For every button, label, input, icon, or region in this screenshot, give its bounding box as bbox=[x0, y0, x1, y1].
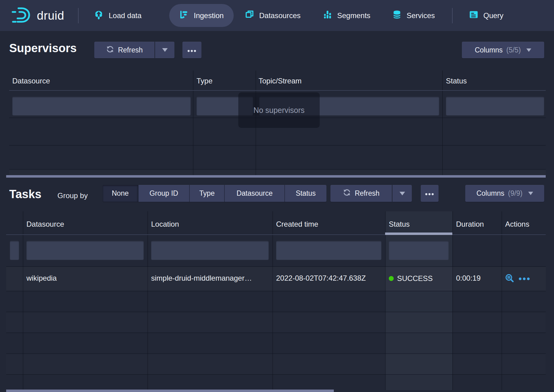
druid-logo[interactable]: druid bbox=[11, 0, 64, 31]
column-header-location[interactable]: Location bbox=[151, 220, 179, 229]
tasks-filter-hidden-column[interactable] bbox=[10, 241, 19, 260]
nav-item-load-data[interactable]: Load data bbox=[94, 0, 142, 31]
status-success-dot bbox=[389, 276, 394, 281]
chevron-down-icon bbox=[162, 48, 168, 52]
column-header-actions[interactable]: Actions bbox=[505, 220, 529, 229]
refresh-dropdown-button[interactable] bbox=[155, 42, 174, 58]
chevron-down-icon bbox=[528, 192, 533, 195]
nav-item-segments[interactable]: Segments bbox=[323, 0, 370, 31]
supervisors-filter-datasource[interactable] bbox=[12, 97, 191, 115]
chevron-down-icon bbox=[526, 48, 531, 52]
nav-item-query[interactable]: Query bbox=[469, 0, 503, 31]
column-header-created-time[interactable]: Created time bbox=[276, 220, 318, 229]
group-by-none-button[interactable]: None bbox=[103, 185, 138, 202]
refresh-label: Refresh bbox=[355, 189, 380, 198]
column-header-type[interactable]: Type bbox=[197, 77, 213, 85]
group-by-status-button[interactable]: Status bbox=[285, 185, 326, 202]
supervisors-horizontal-scrollbar[interactable] bbox=[6, 175, 546, 178]
group-by-type-button[interactable]: Type bbox=[190, 185, 225, 202]
tasks-columns-button[interactable]: Columns (9/9) bbox=[465, 185, 544, 202]
row-stripe bbox=[6, 354, 546, 374]
database-icon bbox=[392, 10, 402, 21]
chevron-down-icon bbox=[400, 192, 405, 195]
column-divider bbox=[193, 71, 193, 175]
supervisors-table: Datasource Type Topic/Stream Status No s… bbox=[9, 71, 546, 178]
row-stripe bbox=[9, 170, 546, 175]
inspect-task-icon[interactable] bbox=[505, 273, 515, 285]
more-icon bbox=[187, 46, 197, 54]
column-header-duration[interactable]: Duration bbox=[456, 220, 484, 229]
task-location-cell: simple-druid-middlemanager… bbox=[151, 274, 268, 282]
tasks-table: Datasource Location Created time Status … bbox=[6, 211, 546, 390]
sort-indicator bbox=[385, 233, 452, 235]
task-actions-more-icon[interactable] bbox=[519, 276, 530, 282]
nav-divider bbox=[452, 8, 453, 23]
tasks-filter-location[interactable] bbox=[151, 241, 269, 260]
nav-item-ingestion[interactable]: Ingestion bbox=[169, 4, 234, 27]
tasks-filter-datasource[interactable] bbox=[26, 241, 144, 260]
supervisors-filter-status[interactable] bbox=[446, 97, 544, 115]
task-status-cell: SUCCESS bbox=[389, 274, 433, 283]
gantt-chart-icon bbox=[179, 10, 189, 21]
segmented-bars-icon bbox=[323, 10, 332, 21]
nav-item-label: Datasources bbox=[259, 11, 301, 20]
task-datasource-cell: wikipedia bbox=[26, 274, 57, 282]
nav-item-label: Services bbox=[407, 11, 435, 20]
console-icon bbox=[469, 10, 478, 21]
refresh-button[interactable]: Refresh bbox=[330, 185, 392, 202]
refresh-dropdown-button[interactable] bbox=[392, 185, 412, 202]
columns-label: Columns bbox=[476, 189, 504, 198]
column-header-topic-stream[interactable]: Topic/Stream bbox=[259, 77, 302, 85]
more-icon bbox=[425, 189, 434, 198]
columns-count: (5/5) bbox=[506, 46, 521, 54]
tasks-title: Tasks bbox=[9, 188, 41, 201]
top-nav: druid Load data bbox=[0, 0, 554, 31]
group-by-label: Group by bbox=[57, 191, 88, 200]
supervisors-title: Supervisors bbox=[9, 42, 77, 55]
column-header-status[interactable]: Status bbox=[389, 220, 410, 229]
status-label: SUCCESS bbox=[397, 274, 433, 283]
task-created-time-cell: 2022-08-02T07:42:47.638Z bbox=[276, 274, 366, 282]
refresh-button[interactable]: Refresh bbox=[94, 42, 154, 58]
row-divider bbox=[9, 145, 546, 146]
supervisors-more-button[interactable] bbox=[182, 42, 201, 58]
row-divider bbox=[6, 291, 546, 291]
logo-wordmark: druid bbox=[37, 9, 64, 22]
group-by-group-id-button[interactable]: Group ID bbox=[138, 185, 190, 202]
nav-divider bbox=[78, 8, 79, 23]
row-divider bbox=[6, 332, 546, 333]
nav-item-services[interactable]: Services bbox=[392, 0, 435, 31]
columns-count: (9/9) bbox=[508, 189, 522, 198]
refresh-icon bbox=[106, 45, 114, 55]
group-by-segmented-control: None Group ID Type Datasource Status bbox=[103, 185, 326, 202]
tasks-filter-status[interactable] bbox=[389, 241, 449, 260]
nav-item-datasources[interactable]: Datasources bbox=[245, 0, 301, 31]
column-header-status[interactable]: Status bbox=[446, 77, 467, 85]
task-actions-cell bbox=[505, 273, 530, 285]
column-header-datasource[interactable]: Datasource bbox=[12, 77, 50, 85]
header-underline bbox=[6, 234, 546, 235]
empty-state: No supervisors bbox=[238, 92, 320, 128]
column-divider bbox=[442, 71, 443, 175]
empty-state-message: No supervisors bbox=[253, 106, 305, 115]
nav-item-label: Segments bbox=[337, 11, 370, 20]
columns-label: Columns bbox=[475, 46, 503, 54]
row-divider bbox=[6, 374, 546, 375]
task-duration-cell: 0:00:19 bbox=[456, 274, 481, 282]
nav-item-label: Query bbox=[483, 11, 503, 20]
tasks-horizontal-scrollbar[interactable] bbox=[6, 390, 334, 392]
column-header-datasource[interactable]: Datasource bbox=[26, 220, 64, 229]
tasks-filter-created-time[interactable] bbox=[276, 241, 381, 260]
nav-item-label: Ingestion bbox=[194, 11, 224, 20]
druid-logo-icon bbox=[11, 7, 33, 24]
refresh-icon bbox=[343, 188, 351, 198]
tasks-more-button[interactable] bbox=[421, 185, 439, 202]
supervisors-columns-button[interactable]: Columns (5/5) bbox=[462, 42, 544, 58]
group-by-datasource-button[interactable]: Datasource bbox=[225, 185, 285, 202]
nav-item-label: Load data bbox=[109, 11, 142, 20]
supervisors-refresh-split-button: Refresh bbox=[94, 42, 174, 58]
header-underline bbox=[9, 90, 546, 91]
layers-icon bbox=[245, 10, 254, 21]
druid-console: druid Load data bbox=[0, 0, 554, 392]
tasks-refresh-split-button: Refresh bbox=[330, 185, 412, 202]
